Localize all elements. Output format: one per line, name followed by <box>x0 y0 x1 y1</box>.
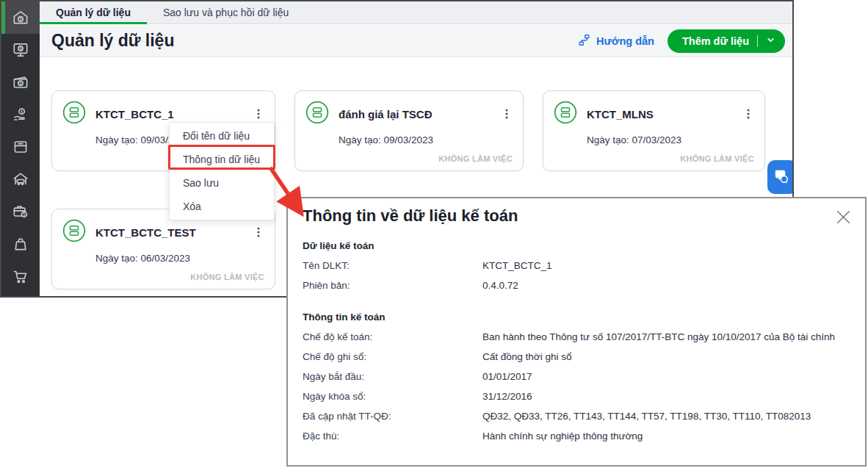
status-badge: KHÔNG LÀM VIỆC <box>680 154 754 163</box>
svg-text:$: $ <box>19 46 22 51</box>
info-label: Phiên bản: <box>303 276 482 295</box>
svg-text:$: $ <box>19 81 22 87</box>
info-value: 31/12/2016 <box>482 386 532 406</box>
card-created-date: Ngày tạo: 09/03/2023 <box>339 134 523 145</box>
svg-text:$: $ <box>19 16 22 22</box>
tab-backup-restore[interactable]: Sao lưu và phục hồi dữ liệu <box>147 1 305 24</box>
page-header: Quản lý dữ liệu Hướng dẫn Thêm dữ liệu <box>40 25 792 57</box>
card-name: KTCT_MLNS <box>587 108 654 120</box>
section-heading: Dữ liệu kế toán <box>303 237 850 256</box>
card-name: đánh giá lại TSCĐ <box>339 108 433 120</box>
card-created-date: Ngày tạo: 06/03/2023 <box>95 253 275 264</box>
info-label: Đã cập nhật TT-QĐ: <box>303 406 482 426</box>
info-row: Ngày khóa sổ: 31/12/2016 <box>303 386 850 406</box>
wallet-dollar-icon: $ <box>11 73 30 92</box>
bag-icon <box>11 234 30 253</box>
data-card[interactable]: KTCT_MLNS Ngày tạo: 07/03/2023 KHÔNG LÀM… <box>543 90 765 171</box>
add-data-button[interactable]: Thêm dữ liệu <box>668 29 785 53</box>
modal-body: Dữ liệu kế toán Tên DLKT: KTCT_BCTC_1 Ph… <box>303 237 850 446</box>
header-actions: Hướng dẫn Thêm dữ liệu <box>577 29 792 53</box>
sidebar-item-sales[interactable] <box>1 260 40 292</box>
chat-support-button[interactable] <box>767 160 794 194</box>
kebab-menu-icon[interactable] <box>499 106 514 122</box>
card-name: KTCT_BCTC_TEST <box>95 226 196 239</box>
help-link-label: Hướng dẫn <box>596 35 654 47</box>
sidebar-item-deposit[interactable]: $ <box>1 98 40 131</box>
kebab-menu-icon[interactable] <box>251 224 266 240</box>
drawer-icon <box>11 137 30 156</box>
tab-data-management[interactable]: Quản lý dữ liệu <box>40 1 147 24</box>
info-row: Đã cập nhật TT-QĐ: QĐ32, QĐ33, TT26, TT1… <box>303 406 850 426</box>
chat-bubbles-icon <box>773 168 789 187</box>
home-dollar-icon: $ <box>11 8 30 27</box>
database-icon <box>554 101 577 127</box>
status-badge: KHÔNG LÀM VIỆC <box>190 273 264 281</box>
help-link[interactable]: Hướng dẫn <box>577 33 654 49</box>
briefcase-dollar-icon: $ <box>11 202 30 221</box>
info-value: KTCT_BCTC_1 <box>482 256 552 276</box>
status-badge: KHÔNG LÀM VIỆC <box>438 154 513 163</box>
menu-item-data-info[interactable]: Thông tin dữ liệu <box>170 148 274 171</box>
info-value: Cất đồng thời ghi sổ <box>482 347 571 367</box>
menu-item-backup[interactable]: Sao lưu <box>170 171 274 195</box>
menu-item-delete[interactable]: Xóa <box>170 195 274 218</box>
sidebar-item-home[interactable]: $ <box>1 1 40 34</box>
close-icon[interactable] <box>833 206 853 227</box>
card-context-menu: Đổi tên dữ liệu Thông tin dữ liệu Sao lư… <box>169 122 275 220</box>
guide-icon <box>577 33 591 49</box>
tab-bar: Quản lý dữ liệu Sao lưu và phục hồi dữ l… <box>40 1 792 24</box>
garage-car-icon <box>11 170 30 189</box>
monitor-dollar-icon: $ <box>11 40 30 60</box>
cart-icon <box>11 267 30 286</box>
kebab-menu-icon[interactable] <box>741 106 756 122</box>
tab-label: Sao lưu và phục hồi dữ liệu <box>163 7 289 18</box>
kebab-menu-icon[interactable] <box>251 106 266 122</box>
modal-section-accounting: Thông tin kế toán Chế độ kế toán: Ban hà… <box>303 308 850 446</box>
info-value: 0.4.0.72 <box>482 276 518 295</box>
database-icon <box>62 219 86 245</box>
sidebar: $ $ $ $ <box>1 1 40 296</box>
sidebar-item-purchase[interactable] <box>1 228 40 260</box>
hand-coin-icon: $ <box>11 105 30 124</box>
database-icon <box>62 101 86 127</box>
info-label: Tên DLKT: <box>303 256 482 276</box>
modal-title: Thông tin về dữ liệu kế toán <box>303 206 518 226</box>
info-row: Chế độ ghi sổ: Cất đồng thời ghi sổ <box>303 347 850 367</box>
info-row: Tên DLKT: KTCT_BCTC_1 <box>303 256 850 276</box>
info-row: Phiên bản: 0.4.0.72 <box>303 276 850 295</box>
card-created-date: Ngày tạo: 07/03/2023 <box>587 134 764 145</box>
info-label: Chế độ ghi sổ: <box>303 347 482 367</box>
database-icon <box>305 101 329 127</box>
info-label: Chế độ kế toán: <box>303 327 482 347</box>
info-value: Ban hành theo Thông tư số 107/2017/TT-BT… <box>482 327 835 347</box>
svg-text:$: $ <box>23 212 26 217</box>
info-value: QĐ32, QĐ33, TT26, TT143, TT144, TT57, TT… <box>482 406 811 426</box>
info-label: Đặc thù: <box>303 426 482 446</box>
section-heading: Thông tin kế toán <box>303 308 850 327</box>
page-title: Quản lý dữ liệu <box>51 31 174 51</box>
info-row: Chế độ kế toán: Ban hành theo Thông tư s… <box>303 327 850 347</box>
sidebar-item-assets[interactable] <box>1 163 40 195</box>
info-label: Ngày bắt đầu: <box>303 367 482 386</box>
tab-label: Quản lý dữ liệu <box>56 7 131 18</box>
info-row: Đặc thù: Hành chính sự nghiệp thông thườ… <box>303 426 850 446</box>
modal-section-data: Dữ liệu kế toán Tên DLKT: KTCT_BCTC_1 Ph… <box>303 237 850 295</box>
sidebar-item-online[interactable]: $ <box>1 34 40 66</box>
info-label: Ngày khóa sổ: <box>303 386 482 406</box>
data-card[interactable]: KTCT_BCTC_TEST Ngày tạo: 06/03/2023 KHÔN… <box>51 209 275 289</box>
chevron-down-icon[interactable] <box>766 35 775 47</box>
data-card[interactable]: đánh giá lại TSCĐ Ngày tạo: 09/03/2023 K… <box>294 90 524 171</box>
card-name: KTCT_BCTC_1 <box>95 108 174 120</box>
add-data-button-label: Thêm dữ liệu <box>682 35 749 47</box>
menu-item-rename[interactable]: Đổi tên dữ liệu <box>170 124 274 148</box>
sidebar-item-warehouse[interactable] <box>1 131 40 163</box>
info-value: 01/01/2017 <box>482 367 532 386</box>
button-divider <box>757 35 758 47</box>
info-value: Hành chính sự nghiệp thông thường <box>482 426 643 446</box>
data-info-modal: Thông tin về dữ liệu kế toán Dữ liệu kế … <box>286 197 867 467</box>
sidebar-item-cash[interactable]: $ <box>1 66 40 98</box>
info-row: Ngày bắt đầu: 01/01/2017 <box>303 367 850 386</box>
svg-text:$: $ <box>21 109 23 115</box>
sidebar-item-fund[interactable]: $ <box>1 195 40 228</box>
